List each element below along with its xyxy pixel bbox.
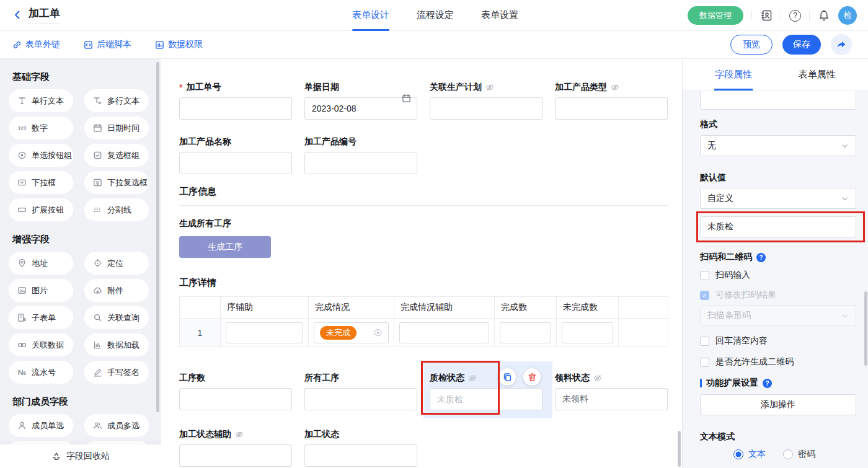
field-type-attachment[interactable]: 附件 [84,279,149,302]
tab-flow-settings[interactable]: 流程设定 [417,0,454,31]
field-type-member-single[interactable]: 成员单选 [9,414,73,437]
field-process-count[interactable]: 工序数 [179,373,292,410]
tab-field-properties[interactable]: 字段属性 [692,59,776,91]
panel-scrollbar[interactable] [864,291,867,366]
canvas-scrollbar[interactable] [678,431,681,467]
field-type-datetime[interactable]: 日期时间 [84,117,149,139]
field-input[interactable] [304,152,417,174]
subform-cell-input[interactable] [562,322,613,343]
field-input[interactable] [304,388,417,410]
field-type-address[interactable]: 地址 [9,252,73,275]
field-input[interactable] [179,97,292,120]
data-manage-button[interactable]: 数据管理 [688,6,743,25]
field-input[interactable] [179,388,292,410]
checkbox-box[interactable] [700,358,709,367]
field-input[interactable] [430,97,542,120]
field-type-select[interactable]: 下拉框 [9,171,73,194]
field-input[interactable] [430,388,542,410]
help-filled-icon[interactable] [763,379,772,388]
field-input[interactable] [555,388,668,410]
backend-script-button[interactable]: 后端脚本 [84,39,131,50]
chevron-down-icon [841,142,849,150]
radio-text-mode[interactable]: 文本 [733,449,766,460]
help-icon[interactable] [789,10,801,22]
field-type-lookup-query[interactable]: 关联查询 [84,306,149,329]
external-link-button[interactable]: 表单外链 [12,39,60,50]
field-process-status-aux[interactable]: 加工状态辅助 [179,430,292,467]
radio-group-icon [17,151,27,160]
field-input[interactable] [304,444,417,467]
field-type-radio-group[interactable]: 单选按钮组 [9,144,73,167]
field-material-status[interactable]: 领料状态 [555,373,668,410]
field-type-signature[interactable]: 手写签名 [84,361,149,384]
date-input[interactable] [304,97,417,120]
status-badge: 未完成 [320,326,356,340]
column-header: 未完成数 [557,297,619,319]
field-type-number[interactable]: 123数字 [9,117,73,139]
circle-dot-icon[interactable] [373,328,383,337]
address-book-icon[interactable] [760,9,773,22]
field-type-member-multi[interactable]: 成员多选 [84,414,149,437]
field-document-date[interactable]: 单据日期 [304,82,417,120]
preview-button[interactable]: 预览 [730,35,773,55]
field-type-multi-select[interactable]: 下拉复选框 [84,171,149,194]
subform-cell-input[interactable] [226,322,303,343]
checkbox-scan-input[interactable]: 扫码输入 [700,270,750,281]
field-type-data-load[interactable]: 数据加载 [84,333,149,356]
field-recycle-bin[interactable]: 字段回收站 [0,444,161,468]
field-type-single-line-text[interactable]: 单行文本 [9,89,73,112]
field-type-serial-number[interactable]: №流水号 [9,361,73,384]
field-type-linked-data[interactable]: 关联数据 [9,333,73,356]
field-product-type[interactable]: 加工产品类型 [555,82,668,120]
sidebar-scrollbar[interactable] [156,62,159,412]
field-process-order-no[interactable]: *加工单号 [179,82,292,120]
field-type-multi-line-text[interactable]: 多行文本 [84,89,149,112]
field-all-processes[interactable]: 所有工序 [304,373,417,410]
field-product-code[interactable]: 加工产品编号 [304,137,417,174]
data-permission-button[interactable]: 数据权限 [155,39,203,50]
field-input[interactable] [179,444,292,467]
field-type-image[interactable]: 图片 [9,279,73,302]
copy-field-button[interactable] [498,368,516,386]
back-button[interactable]: 加工单 [12,6,60,24]
field-process-status[interactable]: 加工状态 [304,430,417,467]
form-title: 加工单 [29,6,60,24]
format-select[interactable]: 无 [700,135,856,156]
generate-process-button[interactable]: 生成工序 [179,236,271,258]
tab-form-design[interactable]: 表单设计 [352,0,389,31]
radio-password-mode[interactable]: 密码 [783,449,815,460]
tab-form-settings[interactable]: 表单设置 [481,0,518,31]
field-type-location[interactable]: 定位 [84,252,149,275]
delete-field-button[interactable] [523,368,541,386]
default-value-select[interactable]: 自定义 [700,188,856,209]
field-type-checkbox-group[interactable]: 复选框组 [84,144,149,167]
help-filled-icon[interactable] [756,253,766,262]
checkbox-box[interactable] [700,271,709,280]
field-input[interactable] [555,97,668,120]
form-canvas: *加工单号 单据日期 关联生产计划 加工产品类型 加工产品名称 加工产品编号 工… [161,59,682,468]
field-type-label: 下拉框 [32,177,56,188]
radio-unselected-icon[interactable] [783,449,793,459]
field-product-name[interactable]: 加工产品名称 [179,137,292,174]
avatar[interactable]: 检 [838,6,857,25]
tab-form-properties[interactable]: 表单属性 [776,59,859,91]
calendar-icon[interactable] [402,94,411,103]
completion-status-cell[interactable]: 未完成 [314,322,389,343]
subform-cell-input[interactable] [399,322,489,343]
share-button[interactable] [831,34,852,55]
radio-selected-icon[interactable] [733,449,743,459]
field-type-divider[interactable]: 分割线 [84,198,149,221]
default-custom-value-input[interactable] [700,216,856,237]
checkbox-clear-on-enter[interactable]: 回车清空内容 [700,335,768,347]
checkbox-box[interactable] [700,337,709,346]
save-button[interactable]: 保存 [782,35,821,55]
field-input[interactable] [179,152,292,174]
subform-cell-empty [619,319,668,347]
notification-bell-icon[interactable] [818,9,830,22]
field-type-subform[interactable]: 子表单 [9,306,73,329]
subform-cell-input[interactable] [500,322,551,343]
add-action-button[interactable]: 添加操作 [700,394,856,415]
checkbox-allow-qrcode[interactable]: 是否允许生成二维码 [700,356,794,368]
field-type-extension-button[interactable]: 扩展按钮 [9,198,73,221]
field-linked-production-plan[interactable]: 关联生产计划 [430,82,542,120]
